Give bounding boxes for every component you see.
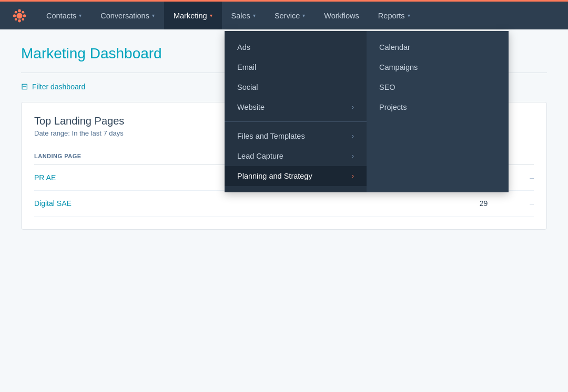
chevron-right-icon: › <box>352 172 354 180</box>
dropdown-item-calendar[interactable]: Calendar <box>367 37 509 57</box>
dropdown-item-website[interactable]: Website › <box>225 97 367 117</box>
chevron-down-icon: ▾ <box>408 13 410 18</box>
svg-point-7 <box>22 11 24 13</box>
chevron-down-icon: ▾ <box>152 13 155 18</box>
dropdown-left-column: Ads Email Social Website › Files and Tem… <box>225 31 367 192</box>
marketing-dropdown: Ads Email Social Website › Files and Tem… <box>225 31 509 192</box>
svg-point-8 <box>15 18 17 20</box>
table-row-value-29: 29 <box>480 199 488 208</box>
table-header-landing-page: LANDING PAGE <box>34 153 82 159</box>
dropdown-item-email[interactable]: Email <box>225 57 367 77</box>
dropdown-right-column: Calendar Campaigns SEO Projects <box>367 31 509 192</box>
svg-point-5 <box>15 11 17 13</box>
dropdown-item-planning-strategy[interactable]: Planning and Strategy › <box>225 166 367 186</box>
nav-contacts[interactable]: Contacts ▾ <box>37 2 91 29</box>
dropdown-item-campaigns[interactable]: Campaigns <box>367 57 509 77</box>
landing-page-link-pr-ae[interactable]: PR AE <box>34 173 56 182</box>
svg-point-1 <box>18 9 21 12</box>
svg-point-6 <box>22 18 24 20</box>
hubspot-logo[interactable] <box>8 5 31 27</box>
dropdown-item-files-templates[interactable]: Files and Templates › <box>225 126 367 146</box>
nav-service[interactable]: Service ▾ <box>265 2 315 29</box>
navbar: Contacts ▾ Conversations ▾ Marketing ▾ S… <box>0 0 568 29</box>
filter-icon: ⊟ <box>21 81 28 91</box>
dropdown-item-ads[interactable]: Ads <box>225 37 367 57</box>
nav-workflows[interactable]: Workflows <box>315 2 369 29</box>
dropdown-divider <box>225 121 367 122</box>
dropdown-item-social[interactable]: Social <box>225 77 367 97</box>
nav-conversations[interactable]: Conversations ▾ <box>91 2 164 29</box>
nav-reports[interactable]: Reports ▾ <box>369 2 420 29</box>
chevron-down-icon: ▾ <box>302 13 305 18</box>
filter-label: Filter dashboard <box>32 82 85 91</box>
dropdown-item-projects[interactable]: Projects <box>367 97 509 117</box>
nav-items: Contacts ▾ Conversations ▾ Marketing ▾ S… <box>37 2 560 29</box>
table-row-dash: – <box>530 173 534 182</box>
chevron-right-icon: › <box>352 104 354 111</box>
table-row: Digital SAE 29 – <box>34 191 534 216</box>
dropdown-item-seo[interactable]: SEO <box>367 77 509 97</box>
svg-point-3 <box>13 14 16 17</box>
nav-marketing[interactable]: Marketing ▾ <box>164 2 222 29</box>
dropdown-item-lead-capture[interactable]: Lead Capture › <box>225 146 367 166</box>
svg-point-4 <box>23 14 26 17</box>
svg-point-2 <box>18 19 21 22</box>
chevron-right-icon: › <box>352 132 354 140</box>
chevron-down-icon: ▾ <box>253 13 256 18</box>
chevron-down-icon: ▾ <box>210 13 212 18</box>
chevron-down-icon: ▾ <box>79 13 82 18</box>
svg-point-0 <box>16 13 22 18</box>
nav-sales[interactable]: Sales ▾ <box>222 2 265 29</box>
chevron-right-icon: › <box>352 152 354 160</box>
table-row-dash: – <box>530 199 534 208</box>
landing-page-link-digital-sae[interactable]: Digital SAE <box>34 199 72 208</box>
